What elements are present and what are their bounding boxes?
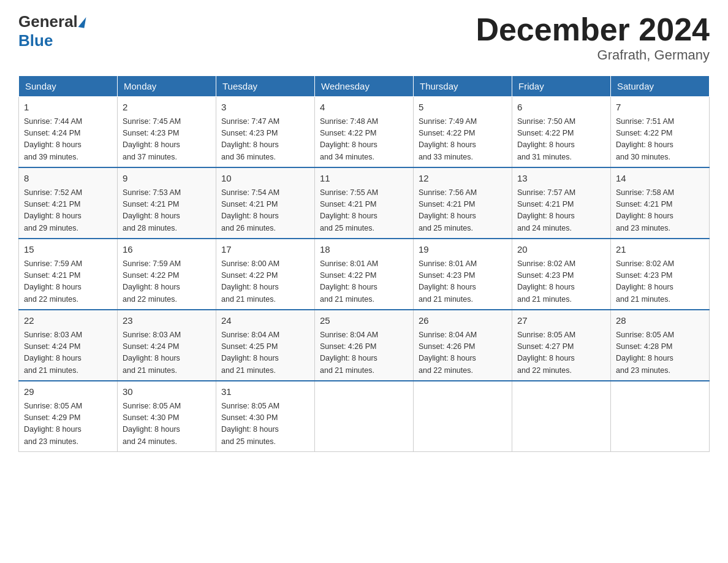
day-info: Sunrise: 7:59 AMSunset: 4:22 PMDaylight:… [123,258,211,306]
calendar-day-cell: 8Sunrise: 7:52 AMSunset: 4:21 PMDaylight… [19,167,118,239]
calendar-day-cell: 31Sunrise: 8:05 AMSunset: 4:30 PMDayligh… [216,381,315,452]
day-number: 26 [419,314,507,328]
day-number: 27 [517,314,605,328]
day-number: 25 [320,314,408,328]
calendar-week-row: 22Sunrise: 8:03 AMSunset: 4:24 PMDayligh… [19,310,710,381]
day-number: 1 [24,101,112,115]
day-info: Sunrise: 7:53 AMSunset: 4:21 PMDaylight:… [123,187,211,235]
day-number: 21 [616,243,704,257]
calendar-day-cell: 14Sunrise: 7:58 AMSunset: 4:21 PMDayligh… [611,167,710,239]
day-info: Sunrise: 7:48 AMSunset: 4:22 PMDaylight:… [320,116,408,164]
weekday-header-tuesday: Tuesday [216,76,315,97]
day-number: 20 [517,243,605,257]
calendar-day-cell [512,381,611,452]
day-number: 24 [221,314,309,328]
day-number: 28 [616,314,704,328]
calendar-day-cell: 29Sunrise: 8:05 AMSunset: 4:29 PMDayligh… [19,381,118,452]
day-number: 30 [123,385,211,399]
calendar-day-cell: 28Sunrise: 8:05 AMSunset: 4:28 PMDayligh… [611,310,710,381]
day-number: 5 [419,101,507,115]
day-info: Sunrise: 8:02 AMSunset: 4:23 PMDaylight:… [616,258,704,306]
weekday-header-monday: Monday [118,76,216,97]
day-number: 7 [616,101,704,115]
calendar-day-cell: 25Sunrise: 8:04 AMSunset: 4:26 PMDayligh… [315,310,414,381]
day-number: 4 [320,101,408,115]
day-number: 17 [221,243,309,257]
calendar-header-row: SundayMondayTuesdayWednesdayThursdayFrid… [19,76,710,97]
calendar-day-cell: 16Sunrise: 7:59 AMSunset: 4:22 PMDayligh… [118,239,216,310]
calendar-week-row: 1Sunrise: 7:44 AMSunset: 4:24 PMDaylight… [19,97,710,168]
day-number: 12 [419,172,507,186]
calendar-day-cell: 19Sunrise: 8:01 AMSunset: 4:23 PMDayligh… [414,239,512,310]
calendar-day-cell: 21Sunrise: 8:02 AMSunset: 4:23 PMDayligh… [611,239,710,310]
day-info: Sunrise: 8:01 AMSunset: 4:22 PMDaylight:… [320,258,408,306]
day-info: Sunrise: 7:51 AMSunset: 4:22 PMDaylight:… [616,116,704,164]
day-number: 13 [517,172,605,186]
calendar-day-cell: 18Sunrise: 8:01 AMSunset: 4:22 PMDayligh… [315,239,414,310]
logo-triangle-icon [78,16,86,28]
day-number: 8 [24,172,112,186]
day-info: Sunrise: 7:45 AMSunset: 4:23 PMDaylight:… [123,116,211,164]
day-info: Sunrise: 7:56 AMSunset: 4:21 PMDaylight:… [419,187,507,235]
calendar-day-cell: 2Sunrise: 7:45 AMSunset: 4:23 PMDaylight… [118,97,216,168]
calendar-day-cell: 30Sunrise: 8:05 AMSunset: 4:30 PMDayligh… [118,381,216,452]
day-info: Sunrise: 7:58 AMSunset: 4:21 PMDaylight:… [616,187,704,235]
day-number: 31 [221,385,309,399]
logo-blue-text: Blue [18,31,53,50]
calendar-table: SundayMondayTuesdayWednesdayThursdayFrid… [18,75,710,452]
day-number: 15 [24,243,112,257]
day-info: Sunrise: 8:01 AMSunset: 4:23 PMDaylight:… [419,258,507,306]
day-number: 22 [24,314,112,328]
calendar-day-cell: 27Sunrise: 8:05 AMSunset: 4:27 PMDayligh… [512,310,611,381]
day-info: Sunrise: 7:54 AMSunset: 4:21 PMDaylight:… [221,187,309,235]
day-number: 9 [123,172,211,186]
calendar-day-cell [315,381,414,452]
calendar-week-row: 15Sunrise: 7:59 AMSunset: 4:21 PMDayligh… [19,239,710,310]
calendar-day-cell: 11Sunrise: 7:55 AMSunset: 4:21 PMDayligh… [315,167,414,239]
day-info: Sunrise: 8:03 AMSunset: 4:24 PMDaylight:… [24,329,112,377]
day-info: Sunrise: 8:05 AMSunset: 4:29 PMDaylight:… [24,400,112,448]
day-number: 29 [24,385,112,399]
calendar-day-cell: 9Sunrise: 7:53 AMSunset: 4:21 PMDaylight… [118,167,216,239]
calendar-day-cell: 1Sunrise: 7:44 AMSunset: 4:24 PMDaylight… [19,97,118,168]
day-number: 2 [123,101,211,115]
day-info: Sunrise: 8:02 AMSunset: 4:23 PMDaylight:… [517,258,605,306]
day-number: 18 [320,243,408,257]
calendar-week-row: 8Sunrise: 7:52 AMSunset: 4:21 PMDaylight… [19,167,710,239]
day-number: 3 [221,101,309,115]
day-info: Sunrise: 7:57 AMSunset: 4:21 PMDaylight:… [517,187,605,235]
day-info: Sunrise: 8:03 AMSunset: 4:24 PMDaylight:… [123,329,211,377]
calendar-day-cell: 3Sunrise: 7:47 AMSunset: 4:23 PMDaylight… [216,97,315,168]
day-info: Sunrise: 7:49 AMSunset: 4:22 PMDaylight:… [419,116,507,164]
day-info: Sunrise: 8:05 AMSunset: 4:27 PMDaylight:… [517,329,605,377]
day-info: Sunrise: 8:05 AMSunset: 4:28 PMDaylight:… [616,329,704,377]
day-info: Sunrise: 7:52 AMSunset: 4:21 PMDaylight:… [24,187,112,235]
day-info: Sunrise: 8:00 AMSunset: 4:22 PMDaylight:… [221,258,309,306]
logo: General Blue [18,12,86,50]
day-info: Sunrise: 7:44 AMSunset: 4:24 PMDaylight:… [24,116,112,164]
weekday-header-friday: Friday [512,76,611,97]
day-info: Sunrise: 8:04 AMSunset: 4:26 PMDaylight:… [419,329,507,377]
calendar-day-cell: 12Sunrise: 7:56 AMSunset: 4:21 PMDayligh… [414,167,512,239]
calendar-day-cell: 24Sunrise: 8:04 AMSunset: 4:25 PMDayligh… [216,310,315,381]
day-number: 11 [320,172,408,186]
day-info: Sunrise: 7:55 AMSunset: 4:21 PMDaylight:… [320,187,408,235]
title-area: December 2024 Grafrath, Germany [476,12,710,63]
month-title: December 2024 [476,12,710,47]
calendar-day-cell [414,381,512,452]
day-info: Sunrise: 7:50 AMSunset: 4:22 PMDaylight:… [517,116,605,164]
calendar-day-cell: 13Sunrise: 7:57 AMSunset: 4:21 PMDayligh… [512,167,611,239]
day-number: 23 [123,314,211,328]
day-info: Sunrise: 7:59 AMSunset: 4:21 PMDaylight:… [24,258,112,306]
day-number: 16 [123,243,211,257]
day-info: Sunrise: 8:04 AMSunset: 4:25 PMDaylight:… [221,329,309,377]
day-number: 19 [419,243,507,257]
day-number: 6 [517,101,605,115]
calendar-day-cell: 26Sunrise: 8:04 AMSunset: 4:26 PMDayligh… [414,310,512,381]
calendar-day-cell: 22Sunrise: 8:03 AMSunset: 4:24 PMDayligh… [19,310,118,381]
day-info: Sunrise: 8:05 AMSunset: 4:30 PMDaylight:… [123,400,211,448]
weekday-header-thursday: Thursday [414,76,512,97]
day-info: Sunrise: 8:05 AMSunset: 4:30 PMDaylight:… [221,400,309,448]
calendar-day-cell: 15Sunrise: 7:59 AMSunset: 4:21 PMDayligh… [19,239,118,310]
calendar-day-cell: 7Sunrise: 7:51 AMSunset: 4:22 PMDaylight… [611,97,710,168]
